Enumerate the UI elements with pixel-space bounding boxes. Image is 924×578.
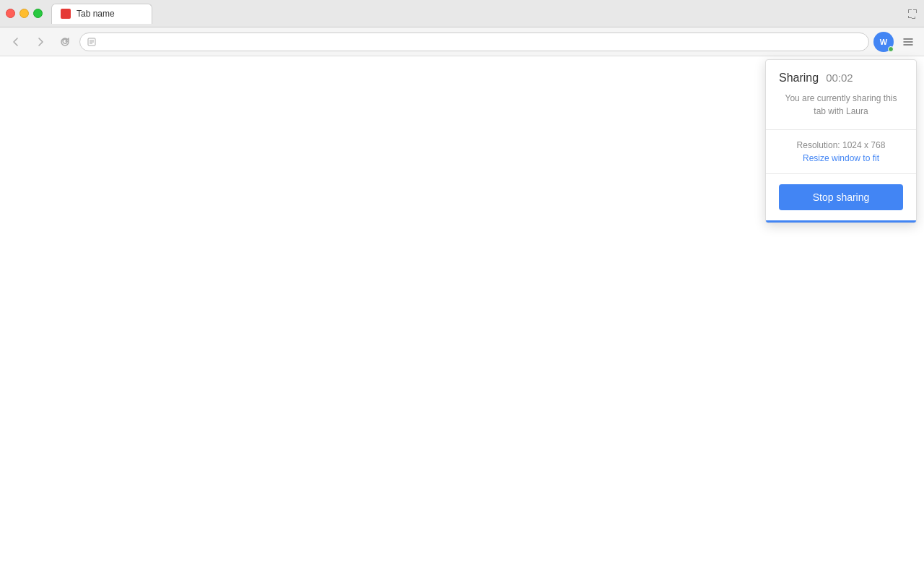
sharing-panel: Sharing 00:02 You are currently sharing …	[765, 59, 917, 223]
reload-button[interactable]	[55, 32, 75, 52]
sharing-timer: 00:02	[826, 72, 853, 84]
sharing-description: You are currently sharing this tab with …	[779, 92, 903, 118]
tab-bar: Tab name	[51, 4, 907, 24]
maximize-button[interactable]	[33, 9, 43, 18]
panel-header-section: Sharing 00:02 You are currently sharing …	[766, 60, 916, 129]
worona-active-dot	[888, 46, 894, 52]
page-icon	[87, 38, 96, 46]
forward-button[interactable]	[30, 32, 51, 52]
tab-title: Tab name	[77, 9, 115, 19]
stop-sharing-button[interactable]: Stop sharing	[779, 184, 903, 210]
expand-icon[interactable]	[907, 8, 918, 20]
title-bar: Tab name	[0, 0, 924, 27]
sharing-title: Sharing	[779, 72, 819, 85]
browser-window: Tab name	[0, 0, 924, 578]
sharing-header: Sharing 00:02	[779, 72, 903, 85]
minimize-button[interactable]	[19, 9, 29, 18]
window-controls-right	[907, 8, 918, 20]
resize-window-link[interactable]: Resize window to fit	[779, 153, 903, 163]
menu-button[interactable]	[898, 32, 918, 52]
panel-bottom-accent	[766, 220, 916, 223]
tab-favicon	[61, 9, 71, 19]
resolution-section: Resolution: 1024 x 768 Resize window to …	[766, 129, 916, 173]
address-bar[interactable]	[79, 33, 869, 51]
hamburger-icon	[902, 36, 914, 48]
resolution-text: Resolution: 1024 x 768	[779, 140, 903, 150]
close-button[interactable]	[6, 9, 15, 18]
nav-right: W	[873, 32, 918, 52]
worona-icon-text: W	[880, 38, 887, 46]
back-button[interactable]	[6, 32, 26, 52]
active-tab[interactable]: Tab name	[51, 4, 152, 24]
browser-content: Sharing 00:02 You are currently sharing …	[0, 56, 924, 578]
worona-button[interactable]: W	[873, 32, 894, 52]
button-section: Stop sharing	[766, 173, 916, 220]
traffic-lights	[6, 9, 43, 18]
nav-bar: W	[0, 27, 924, 56]
